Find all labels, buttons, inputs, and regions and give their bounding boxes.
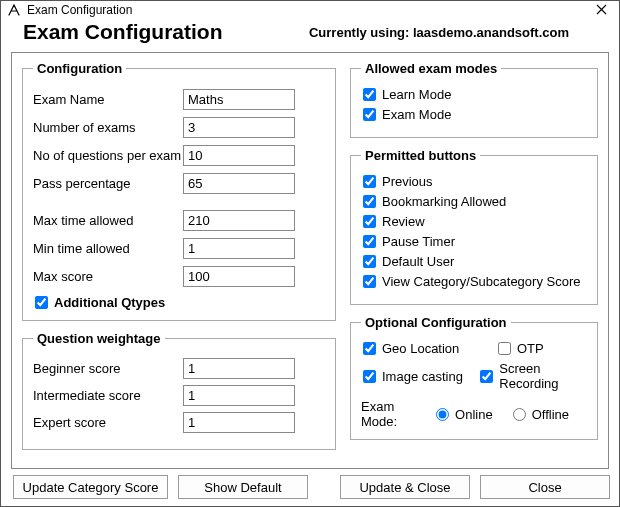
geo-location-label: Geo Location (382, 341, 459, 356)
exam-mode-label: Exam Mode (382, 107, 451, 122)
exam-mode-online-label: Online (455, 407, 493, 422)
exam-name-label: Exam Name (33, 92, 183, 107)
allowed-modes-group: Allowed exam modes Learn Mode Exam Mode (350, 61, 598, 138)
screen-recording-checkbox[interactable] (480, 370, 493, 383)
view-category-label: View Category/Subcategory Score (382, 274, 580, 289)
exam-mode-option-label: Exam Mode: (361, 399, 430, 429)
content-frame: Configuration Exam Name Number of exams … (11, 52, 609, 469)
exam-mode-offline-radio[interactable] (513, 408, 526, 421)
max-score-label: Max score (33, 269, 183, 284)
weightage-legend: Question weightage (33, 331, 165, 346)
screen-recording-label: Screen Recording (499, 361, 587, 391)
previous-checkbox[interactable] (363, 175, 376, 188)
geo-location-checkbox[interactable] (363, 342, 376, 355)
permitted-buttons-group: Permitted buttons Previous Bookmarking A… (350, 148, 598, 305)
additional-qtypes-checkbox[interactable] (35, 296, 48, 309)
bookmarking-checkbox[interactable] (363, 195, 376, 208)
exam-mode-checkbox[interactable] (363, 108, 376, 121)
exam-mode-offline-label: Offline (532, 407, 569, 422)
update-and-close-button[interactable]: Update & Close (340, 475, 470, 499)
max-time-input[interactable] (183, 210, 295, 231)
questions-per-exam-label: No of questions per exam (33, 148, 183, 163)
expert-score-label: Expert score (33, 415, 183, 430)
pass-percentage-label: Pass percentage (33, 176, 183, 191)
max-time-label: Max time allowed (33, 213, 183, 228)
close-button[interactable]: Close (480, 475, 610, 499)
otp-checkbox[interactable] (498, 342, 511, 355)
view-category-checkbox[interactable] (363, 275, 376, 288)
update-category-score-button[interactable]: Update Category Score (13, 475, 168, 499)
heading-row: Exam Configuration Currently using: laas… (1, 18, 619, 52)
exam-mode-online-radio[interactable] (436, 408, 449, 421)
review-label: Review (382, 214, 425, 229)
min-time-input[interactable] (183, 238, 295, 259)
show-default-button[interactable]: Show Default (178, 475, 308, 499)
previous-label: Previous (382, 174, 433, 189)
intermediate-score-input[interactable] (183, 385, 295, 406)
questions-per-exam-input[interactable] (183, 145, 295, 166)
beginner-score-label: Beginner score (33, 361, 183, 376)
button-bar: Update Category Score Show Default Updat… (1, 475, 619, 507)
configuration-group: Configuration Exam Name Number of exams … (22, 61, 336, 321)
image-casting-label: Image casting (382, 369, 463, 384)
otp-label: OTP (517, 341, 544, 356)
titlebar: Exam Configuration (1, 1, 619, 18)
max-score-input[interactable] (183, 266, 295, 287)
pause-timer-label: Pause Timer (382, 234, 455, 249)
bookmarking-label: Bookmarking Allowed (382, 194, 506, 209)
page-title: Exam Configuration (23, 20, 309, 44)
pause-timer-checkbox[interactable] (363, 235, 376, 248)
min-time-label: Min time allowed (33, 241, 183, 256)
exam-name-input[interactable] (183, 89, 295, 110)
app-icon (7, 3, 21, 17)
learn-mode-label: Learn Mode (382, 87, 451, 102)
beginner-score-input[interactable] (183, 358, 295, 379)
optional-config-group: Optional Configuration Geo Location OTP … (350, 315, 598, 440)
number-of-exams-label: Number of exams (33, 120, 183, 135)
default-user-checkbox[interactable] (363, 255, 376, 268)
currently-using: Currently using: laasdemo.anandsoft.com (309, 25, 597, 40)
permitted-buttons-legend: Permitted buttons (361, 148, 480, 163)
window-title: Exam Configuration (27, 3, 575, 17)
optional-config-legend: Optional Configuration (361, 315, 511, 330)
number-of-exams-input[interactable] (183, 117, 295, 138)
dialog-window: Exam Configuration Exam Configuration Cu… (0, 0, 620, 507)
additional-qtypes-label: Additional Qtypes (54, 295, 165, 310)
review-checkbox[interactable] (363, 215, 376, 228)
learn-mode-checkbox[interactable] (363, 88, 376, 101)
allowed-modes-legend: Allowed exam modes (361, 61, 501, 76)
configuration-legend: Configuration (33, 61, 126, 76)
image-casting-checkbox[interactable] (363, 370, 376, 383)
pass-percentage-input[interactable] (183, 173, 295, 194)
weightage-group: Question weightage Beginner score Interm… (22, 331, 336, 450)
intermediate-score-label: Intermediate score (33, 388, 183, 403)
default-user-label: Default User (382, 254, 454, 269)
expert-score-input[interactable] (183, 412, 295, 433)
close-icon[interactable] (575, 1, 613, 18)
